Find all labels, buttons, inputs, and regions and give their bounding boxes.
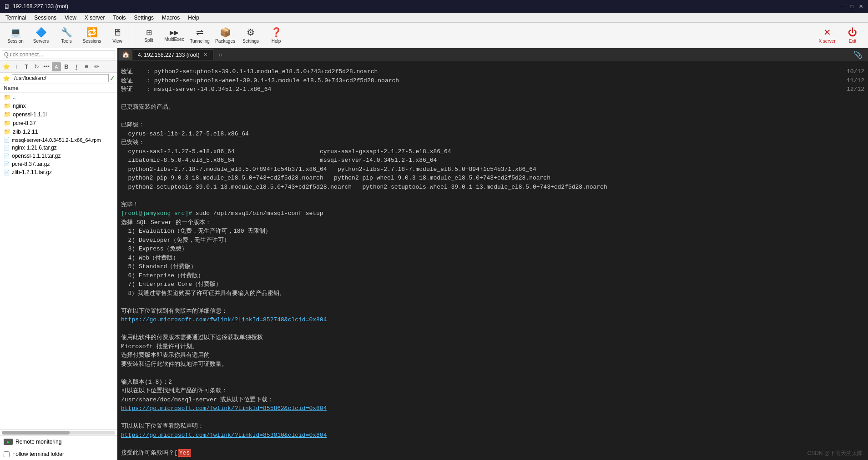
servers-label: Servers xyxy=(33,39,49,44)
sidebar-edit-icon[interactable]: ✏ xyxy=(92,62,101,71)
sidebar-text-icon[interactable]: T xyxy=(22,62,31,71)
terminal-line-text: 验证 : python2-setuptools-39.0.1-13.module… xyxy=(121,67,842,76)
terminal-line: libatomic-8.5.0-4.el8_5.x86_64 mssql-ser… xyxy=(121,156,864,165)
title-bar: 🖥 192.168.227.133 (root) — □ ✕ xyxy=(0,0,868,13)
follow-terminal-checkbox[interactable] xyxy=(4,451,10,457)
toolbar-servers[interactable]: 🔷 Servers xyxy=(29,24,53,47)
quick-connect-input[interactable] xyxy=(2,50,115,59)
terminal-line: https://go.microsoft.com/fwlink/?LinkId=… xyxy=(121,315,864,325)
sidebar-refresh-icon[interactable]: ↻ xyxy=(32,62,41,71)
terminal-line: https://go.microsoft.com/fwlink/?LinkId=… xyxy=(121,404,864,413)
terminal-line-text xyxy=(121,112,864,121)
tab-new-button[interactable]: ○ xyxy=(215,50,225,60)
help-icon: ❓ xyxy=(271,27,282,38)
terminal-line-text: 验证 : python2-setuptools-wheel-39.0.1-13.… xyxy=(121,76,842,85)
minimize-button[interactable]: — xyxy=(839,3,846,10)
sidebar-bold-icon[interactable]: B xyxy=(62,62,71,71)
tree-item-mssql-rpm[interactable]: 📄 mssql-server-14.0.3451.2-1.x86_64.rpm xyxy=(0,136,117,144)
terminal-line-text: 7) Enterprise Core（付费版） xyxy=(121,280,864,289)
tab-home-button[interactable]: 🏠 xyxy=(119,49,132,60)
terminal-line-text: 6) Enterprise（付费版） xyxy=(121,271,864,280)
servers-icon: 🔷 xyxy=(35,27,47,38)
terminal-line: 4) Web（付费版） xyxy=(121,254,864,263)
follow-terminal-folder[interactable]: Follow terminal folder xyxy=(0,448,117,460)
tree-item-parent[interactable]: 📁 .. xyxy=(0,93,117,101)
terminal-line xyxy=(121,369,864,378)
toolbar-packages[interactable]: 📦 Packages xyxy=(213,24,237,47)
sidebar-format-icon[interactable]: I xyxy=(72,62,81,71)
tree-item-zlib[interactable]: 📁 zlib-1.2.11 xyxy=(0,127,117,136)
terminal-line-text: 3) Express（免费） xyxy=(121,245,864,254)
tree-header: Name xyxy=(0,84,117,93)
sidebar-up-icon[interactable]: ↑ xyxy=(12,62,21,71)
menu-tools[interactable]: Tools xyxy=(110,14,130,22)
sidebar-star-icon[interactable]: ⭐ xyxy=(2,62,11,71)
scrollbar-thumb[interactable] xyxy=(2,431,70,435)
toolbar-view[interactable]: 🖥 View xyxy=(106,24,129,47)
openssl-folder-icon: 📁 xyxy=(4,111,11,118)
menu-terminal[interactable]: Terminal xyxy=(2,14,30,22)
toolbar-session[interactable]: 💻 Session xyxy=(4,24,27,47)
monitor-icon: ▶ xyxy=(4,439,13,445)
terminal-line: [root@jamysong src]# sudo /opt/mssql/bin… xyxy=(121,209,864,218)
multiexec-label: MultiExec xyxy=(164,37,184,42)
toolbar-settings[interactable]: ⚙ Settings xyxy=(239,24,262,47)
maximize-button[interactable]: □ xyxy=(848,3,855,10)
main-layout: ⭐ ↑ T ↻ ••• A B I ≡ ✏ ⭐ ✓ Name 📁 .. 📁 xyxy=(0,48,868,460)
toolbar-tools[interactable]: 🔧 Tools xyxy=(55,24,78,47)
terminal-line-text: 选择付费版本即表示你具有适用的 xyxy=(121,351,864,360)
terminal-line xyxy=(121,298,864,307)
terminal-line: 使用此软件的付费版本需要通过以下途径获取单独授权 xyxy=(121,333,864,342)
menu-xserver[interactable]: X server xyxy=(81,14,109,22)
toolbar-tunneling[interactable]: ⇌ Tunneling xyxy=(188,24,212,47)
toolbar-exit[interactable]: ⏻ Exit xyxy=(841,24,864,47)
terminal-line: 6) Enterprise（付费版） xyxy=(121,271,864,280)
path-input[interactable] xyxy=(12,74,109,82)
tree-item-pcre-tar[interactable]: 📄 pcre-8.37.tar.gz xyxy=(0,160,117,168)
split-label: Split xyxy=(144,38,153,43)
tab-active[interactable]: 4. 192.168.227.133 (root) ✕ xyxy=(133,49,213,60)
path-confirm-icon[interactable]: ✓ xyxy=(110,75,115,82)
exit-icon: ⏻ xyxy=(848,27,857,38)
terminal-line-text: 1) Evaluation（免费，无生产许可，180 天限制） xyxy=(121,227,864,236)
menu-view[interactable]: View xyxy=(61,14,80,22)
terminal-line-text: 已更新安装的产品。 xyxy=(121,103,864,112)
toolbar-multiexec[interactable]: ▶▶ MultiExec xyxy=(162,24,186,47)
terminal-line: /usr/share/doc/mssql-server 或从以下位置下载： xyxy=(121,395,864,405)
terminal-line: https://go.microsoft.com/fwlink/?LinkId=… xyxy=(121,431,864,440)
follow-terminal-label: Follow terminal folder xyxy=(12,451,64,457)
terminal-line: 8）我通过零售渠道购买了许可证并具有要输入的产品密钥。 xyxy=(121,289,864,298)
menu-sessions[interactable]: Sessions xyxy=(30,14,60,22)
terminal-line-num: 11/12 xyxy=(842,76,864,85)
tree-item-nginx-tar[interactable]: 📄 nginx-1.21.6.tar.gz xyxy=(0,144,117,152)
menu-help[interactable]: Help xyxy=(184,14,203,22)
sessions-icon: 🔁 xyxy=(86,27,98,38)
watermark: CSDN @下雨天的太陈 xyxy=(807,450,863,457)
terminal-line: cyrus-sasl-2.1.27-5.el8.x86_64 cyrus-sas… xyxy=(121,147,864,156)
tab-bar: 🏠 4. 192.168.227.133 (root) ✕ ○ 📎 xyxy=(117,48,868,61)
terminal-line-text: https://go.microsoft.com/fwlink/?LinkId=… xyxy=(121,315,864,325)
toolbar-sessions[interactable]: 🔁 Sessions xyxy=(80,24,104,47)
menu-macros[interactable]: Macros xyxy=(158,14,183,22)
terminal-line-text: 已安装： xyxy=(121,138,864,147)
tree-item-pcre[interactable]: 📁 pcre-8.37 xyxy=(0,119,117,127)
tab-attach-icon[interactable]: 📎 xyxy=(850,50,866,59)
tree-item-nginx[interactable]: 📁 nginx xyxy=(0,101,117,110)
tab-close-button[interactable]: ✕ xyxy=(202,52,208,58)
sidebar-extra-icon[interactable]: ≡ xyxy=(82,62,91,71)
sidebar-highlight-icon[interactable]: A xyxy=(52,62,61,71)
sidebar-dots-icon[interactable]: ••• xyxy=(42,62,51,71)
terminal-line: 7) Enterprise Core（付费版） xyxy=(121,280,864,289)
tree-item-openssl-tar[interactable]: 📄 openssl-1.1.1l.tar.gz xyxy=(0,152,117,160)
menu-settings[interactable]: Settings xyxy=(131,14,157,22)
tools-icon: 🔧 xyxy=(61,27,72,38)
tree-item-openssl[interactable]: 📁 openssl-1.1.1l xyxy=(0,110,117,119)
zlib-tar-icon: 📄 xyxy=(4,170,10,175)
toolbar-split[interactable]: ⊞ Split xyxy=(137,24,161,47)
toolbar-help[interactable]: ❓ Help xyxy=(264,24,288,47)
tree-item-zlib-tar[interactable]: 📄 zlib-1.2.11.tar.gz xyxy=(0,168,117,176)
terminal[interactable]: 验证 : python2-setuptools-39.0.1-13.module… xyxy=(117,61,868,460)
close-button[interactable]: ✕ xyxy=(857,3,864,10)
toolbar-xserver[interactable]: ✕ X server xyxy=(815,24,839,47)
remote-monitoring[interactable]: ▶ Remote monitoring xyxy=(0,436,117,448)
